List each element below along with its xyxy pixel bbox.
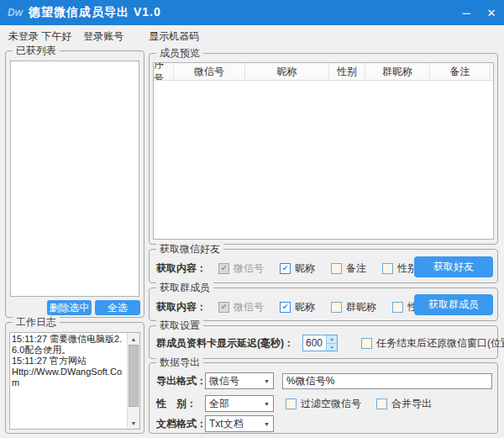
- spinner-down-icon[interactable]: ▼: [327, 344, 337, 351]
- window-title: 德望微信成员导出 V1.0: [29, 5, 161, 20]
- titlebar: Dw 德望微信成员导出 V1.0 ─ ✕: [0, 0, 504, 25]
- checkbox-box: [382, 263, 393, 274]
- checkbox-box: [331, 263, 342, 274]
- checkbox-label: 微信号: [234, 300, 264, 314]
- checkbox-label: 合并导出: [391, 397, 432, 411]
- group-obtained-list: 已获列表 删除选中 全选: [5, 50, 144, 318]
- chevron-down-icon: ▼: [264, 378, 270, 384]
- group-title-get-friends: 获取微信好友: [156, 243, 223, 256]
- export-format-select[interactable]: 微信号 ▼: [205, 372, 274, 389]
- menu-show-machine-code[interactable]: 显示机器码: [149, 29, 199, 44]
- export-doc-row: 文档格式： Txt文档 ▼: [156, 415, 492, 432]
- checkbox-box: [392, 302, 403, 313]
- column-header-remark: 备注: [430, 63, 491, 80]
- scroll-down-icon[interactable]: ▼: [128, 417, 139, 429]
- checkbox-members-nickname[interactable]: ✔ 昵称: [280, 300, 315, 314]
- login-status-text: 未登录 下午好: [8, 29, 71, 44]
- spinner-up-icon[interactable]: ▲: [327, 335, 337, 344]
- friends-options-row: 获取内容： ✔ 微信号 ✔ 昵称 备注 性别: [156, 257, 433, 279]
- select-all-button[interactable]: 全选: [95, 300, 140, 315]
- checkbox-members-wechat-id[interactable]: ✔ 微信号: [218, 300, 264, 314]
- selected-value: 微信号: [209, 374, 239, 388]
- delay-label: 群成员资料卡显示延迟(毫秒)：: [156, 336, 294, 351]
- content-label: 获取内容：: [156, 300, 207, 314]
- scroll-up-icon[interactable]: ▲: [128, 333, 139, 345]
- delete-selected-button[interactable]: 删除选中: [47, 300, 92, 315]
- check-icon: ✔: [282, 265, 289, 272]
- check-icon: ✔: [221, 265, 228, 272]
- checkbox-members-group-nickname[interactable]: 群昵称: [331, 300, 376, 314]
- app-logo-icon: Dw: [7, 5, 24, 20]
- get-friends-button[interactable]: 获取好友: [414, 256, 493, 277]
- column-header-index: 序号: [154, 63, 174, 80]
- get-group-members-button[interactable]: 获取群成员: [414, 294, 493, 315]
- gender-select[interactable]: 全部 ▼: [205, 395, 274, 412]
- checkbox-box: [361, 338, 372, 349]
- checkbox-friends-wechat-id[interactable]: ✔ 微信号: [218, 261, 264, 276]
- group-title-get-settings: 获取设置: [156, 319, 203, 332]
- close-button[interactable]: ✕: [479, 0, 504, 25]
- group-data-export: 数据导出 导出格式： 微信号 ▼ 性 别： 全部 ▼ 过滤空微信号 合并导出 文…: [149, 362, 498, 434]
- checkbox-label: 群昵称: [346, 300, 376, 314]
- column-header-wechat-id: 微信号: [174, 63, 245, 80]
- group-title-data-export: 数据导出: [156, 356, 203, 369]
- group-title-member-preview: 成员预览: [156, 47, 203, 60]
- member-table-header: 序号 微信号 昵称 性别 群昵称 备注: [154, 63, 493, 81]
- group-title-get-members: 获取群成员: [156, 282, 213, 294]
- checkbox-box: [286, 398, 297, 409]
- column-header-stub: [491, 63, 493, 80]
- checkbox-merge-export[interactable]: 合并导出: [376, 397, 432, 411]
- minimize-button[interactable]: ─: [454, 0, 479, 25]
- gender-label: 性 别：: [156, 397, 205, 411]
- checkbox-friends-nickname[interactable]: ✔ 昵称: [280, 261, 315, 276]
- member-table: 序号 微信号 昵称 性别 群昵称 备注: [153, 62, 494, 240]
- export-format-label: 导出格式：: [156, 374, 205, 388]
- checkbox-restore-window[interactable]: 任务结束后还原微信窗口(位置大小)信息: [361, 336, 504, 351]
- chevron-down-icon: ▼: [264, 421, 270, 427]
- work-log-text: 15:11:27 需要微信电脑版2.6.0配合使用。 15:11:27 官方网站…: [10, 333, 127, 429]
- doc-format-label: 文档格式：: [156, 417, 205, 431]
- checkbox-label: 备注: [346, 261, 366, 276]
- selected-value: 全部: [209, 397, 229, 411]
- scrollbar-thumb[interactable]: [129, 345, 139, 407]
- group-get-friends: 获取微信好友 获取内容： ✔ 微信号 ✔ 昵称 备注 性别 获取好友: [149, 249, 498, 283]
- delay-value: 600: [303, 335, 326, 351]
- delay-spinner[interactable]: 600 ▲ ▼: [302, 335, 338, 351]
- export-format-row: 导出格式： 微信号 ▼: [156, 372, 492, 389]
- log-line: 15:11:27 官方网站: [12, 356, 125, 367]
- export-template-input[interactable]: [282, 373, 492, 389]
- checkbox-box: [331, 302, 342, 313]
- checkbox-label: 过滤空微信号: [301, 397, 361, 411]
- check-icon: ✔: [221, 303, 228, 311]
- group-get-members: 获取群成员 获取内容： ✔ 微信号 ✔ 昵称 群昵称 性别 获取群成员: [149, 288, 498, 321]
- checkbox-label: 昵称: [295, 300, 315, 314]
- group-work-log: 工作日志 15:11:27 需要微信电脑版2.6.0配合使用。 15:11:27…: [5, 322, 144, 434]
- menu-login-account[interactable]: 登录账号: [83, 29, 123, 44]
- work-log-box: 15:11:27 需要微信电脑版2.6.0配合使用。 15:11:27 官方网站…: [9, 332, 140, 430]
- settings-row: 群成员资料卡显示延迟(毫秒)： 600 ▲ ▼ 任务结束后还原微信窗口(位置大小…: [156, 335, 493, 351]
- checkbox-label: 昵称: [295, 261, 315, 276]
- chevron-down-icon: ▼: [264, 401, 270, 407]
- column-header-gender: 性别: [329, 63, 365, 80]
- doc-format-select[interactable]: Txt文档 ▼: [205, 415, 274, 432]
- checkbox-filter-empty-id[interactable]: 过滤空微信号: [286, 397, 361, 411]
- checkbox-friends-remark[interactable]: 备注: [331, 261, 366, 276]
- members-options-row: 获取内容： ✔ 微信号 ✔ 昵称 群昵称 性别: [156, 296, 444, 318]
- column-header-group-nickname: 群昵称: [365, 63, 430, 80]
- spinner-controls: ▲ ▼: [326, 335, 337, 351]
- check-icon: ✔: [282, 303, 289, 311]
- menubar: 未登录 下午好 登录账号 显示机器码: [0, 25, 504, 48]
- selected-value: Txt文档: [209, 417, 244, 431]
- checkbox-label: 微信号: [234, 261, 264, 276]
- group-get-settings: 获取设置 群成员资料卡显示延迟(毫秒)： 600 ▲ ▼ 任务结束后还原微信窗口…: [149, 325, 498, 359]
- obtained-list[interactable]: [10, 61, 139, 297]
- window-controls: ─ ✕: [454, 0, 504, 25]
- group-title-work-log: 工作日志: [13, 316, 60, 329]
- log-line: 15:11:27 需要微信电脑版2.6.0配合使用。: [12, 334, 125, 356]
- checkbox-box: ✔: [280, 263, 291, 274]
- checkbox-box: ✔: [280, 302, 291, 313]
- checkbox-box: [376, 398, 387, 409]
- checkbox-label: 任务结束后还原微信窗口(位置大小)信息: [376, 336, 504, 351]
- checkbox-friends-gender[interactable]: 性别: [382, 261, 417, 276]
- log-scrollbar[interactable]: ▲ ▼: [127, 333, 139, 429]
